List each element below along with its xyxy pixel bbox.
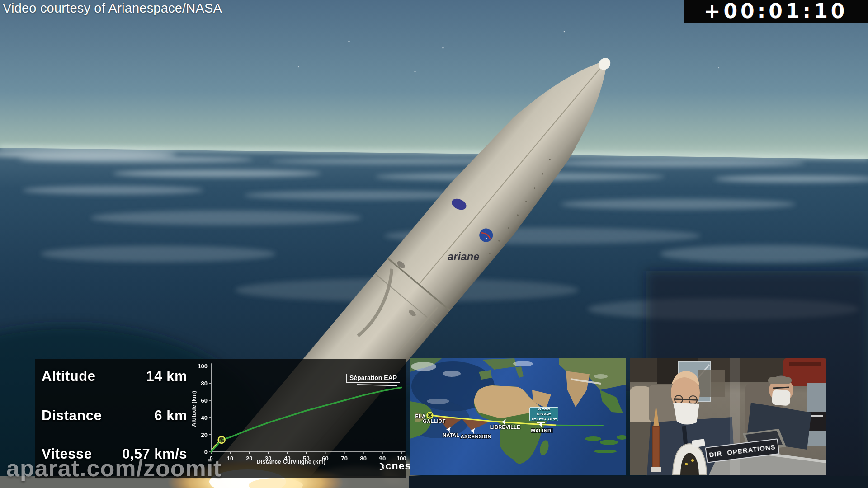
station-label-LIBREVILLE: LIBREVILLE [490,424,520,430]
dark-strip [409,476,868,488]
y-tick-label: 60 [201,397,208,404]
annotation-leader-line [357,385,397,386]
x-tick-label: 10 [227,455,233,462]
station-label-GALLIOT: GALLIOT [423,418,445,424]
series-trajectoire-prevue [211,388,401,452]
webb-telescope-label: WEBB SPACE TELESCOPE [529,407,558,421]
courtesy-caption: Video courtesy of Arianespace/NASA [3,1,222,16]
ground-track-map-panel: ELAGALLIOTNATALASCENSIONLIBREVILLEMALIND… [410,358,626,475]
sky [0,0,868,166]
ground-track-planned [556,425,604,426]
video-frame: ariane Video courtesy of Arianespace/NAS… [0,0,868,488]
cnes-logo: ☾ cnes [376,460,411,472]
world-map: ELAGALLIOTNATALASCENSIONLIBREVILLEMALIND… [410,358,626,475]
mission-timer-value: +00:01:10 [704,1,848,21]
y-axis-label: Altitude (km) [190,391,197,427]
y-tick-label: 100 [198,363,208,370]
station-label-NATAL: NATAL [443,432,459,438]
rocket-marking: ariane [448,250,480,263]
y-tick-label: 80 [201,380,208,387]
x-tick-label: 80 [360,455,367,462]
y-tick-label: 40 [201,414,208,421]
control-room-video-panel: DIR OPERATIONS [630,358,826,475]
x-axis-label: Distance Curviligne (km) [257,458,326,465]
separation-eap-annotation: Séparation EAP [346,374,400,383]
mission-timer: +00:01:10 [684,0,868,23]
station-label-MALINDI: MALINDI [531,428,553,433]
cnes-crescent-icon: ☾ [376,461,385,472]
x-tick-label: 70 [341,455,347,462]
station-label-ASCENSION: ASCENSION [461,434,491,439]
y-tick-label: 20 [201,432,208,438]
watermark: aparat.com/zoomit [6,455,222,482]
chair-left [630,386,651,428]
x-tick-label: 20 [246,455,252,462]
